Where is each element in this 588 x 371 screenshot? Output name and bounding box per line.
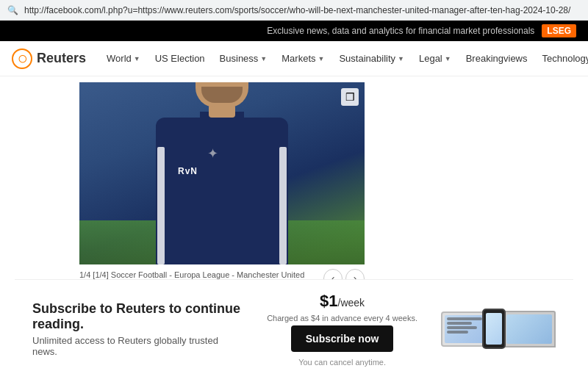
nav-us-election[interactable]: US Election: [148, 53, 212, 64]
chevron-down-icon: ▼: [318, 55, 325, 62]
tablet-screen: [445, 315, 484, 343]
device-images: [441, 309, 556, 349]
nav-business[interactable]: Business ▼: [212, 53, 275, 64]
subscription-text-area: Subscribe to Reuters to continue reading…: [32, 301, 243, 357]
address-bar: 🔍 http://facebook.com/l.php?u=https://ww…: [0, 0, 588, 21]
price-display: $1/week: [320, 292, 365, 311]
nav-markets[interactable]: Markets ▼: [274, 53, 331, 64]
subscribe-now-button[interactable]: Subscribe now: [291, 325, 394, 352]
chevron-down-icon: ▼: [445, 55, 451, 62]
chevron-down-icon: ▼: [260, 55, 267, 62]
subscription-title: Subscribe to Reuters to continue reading…: [32, 301, 243, 332]
chevron-down-icon: ▼: [134, 55, 140, 62]
phone-device: [482, 309, 506, 349]
article-image: ✦ RvN ❒: [79, 82, 365, 264]
tablet-device: [441, 311, 488, 347]
promo-text: Exclusive news, data and analytics for f…: [267, 26, 534, 36]
price-amount: $1: [320, 292, 337, 310]
subscription-description: Unlimited access to Reuters globally tru…: [32, 335, 243, 357]
expand-button[interactable]: ❒: [341, 88, 359, 106]
nav-legal[interactable]: Legal ▼: [412, 53, 459, 64]
chevron-down-icon: ▼: [398, 55, 404, 62]
lseg-badge[interactable]: LSEG: [542, 24, 576, 37]
laptop-screen: [506, 314, 552, 344]
reuters-logo[interactable]: ◯ Reuters: [12, 48, 86, 69]
charge-note: Charged as $4 in advance every 4 weeks.: [267, 314, 417, 323]
cancel-note: You can cancel anytime.: [298, 358, 386, 367]
rvn-label: RvN: [178, 166, 198, 176]
promo-bar: Exclusive news, data and analytics for f…: [0, 21, 588, 41]
phone-screen: [486, 313, 502, 345]
subscription-overlay: Subscribe to Reuters to continue reading…: [0, 286, 588, 371]
navbar: ◯ Reuters World ▼ US Election Business ▼…: [0, 41, 588, 76]
logo-icon: ◯: [12, 48, 32, 69]
price-period: /week: [338, 297, 365, 309]
main-content: ✦ RvN ❒ 1/4 [1/4] Soccer Football - Euro…: [0, 76, 588, 371]
nav-sustainability[interactable]: Sustainability ▼: [331, 53, 412, 64]
laptop-device: [503, 311, 556, 347]
search-icon: 🔍: [7, 5, 18, 15]
url-display: http://facebook.com/l.php?u=https://www.…: [24, 5, 581, 15]
logo-text: Reuters: [37, 51, 86, 66]
nav-breakingviews[interactable]: Breakingviews: [459, 53, 535, 64]
nav-items: World ▼ US Election Business ▼ Markets ▼…: [99, 53, 588, 64]
subscription-pricing: $1/week Charged as $4 in advance every 4…: [267, 292, 417, 367]
subscription-box: Subscribe to Reuters to continue reading…: [15, 279, 573, 372]
nav-technology[interactable]: Technology ▼: [535, 53, 588, 64]
nav-world[interactable]: World ▼: [99, 53, 148, 64]
